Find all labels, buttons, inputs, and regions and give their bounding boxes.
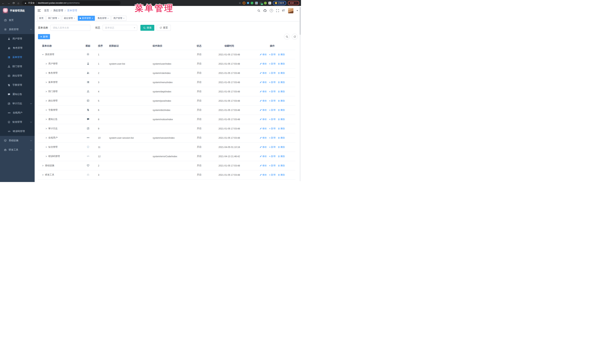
table-row-error-code[interactable]: 错误码管理12system/errorCode/index开启2021-04-1… bbox=[38, 152, 295, 161]
chevron-right-icon[interactable] bbox=[45, 72, 47, 74]
table-row-role[interactable]: 角色管理2system/role/index开启2021-01-05 17:03… bbox=[38, 69, 295, 78]
extension-paused-badge[interactable]: 已暂停 bbox=[273, 1, 286, 5]
tab-menu[interactable]: 菜单管理× bbox=[78, 16, 95, 21]
breadcrumb-item[interactable]: 系统管理 bbox=[53, 9, 63, 12]
chevron-right-icon[interactable] bbox=[45, 156, 47, 157]
sidebar-item-notice[interactable]: 通知公告 bbox=[0, 90, 35, 99]
address-bar[interactable]: ▲ 不安全 dashboard.yudao.iocoder.cn/system/… bbox=[22, 1, 121, 5]
op-delete-button[interactable]: 删除 bbox=[278, 118, 285, 121]
op-add-button[interactable]: +新增 bbox=[269, 72, 275, 75]
chevron-right-icon[interactable] bbox=[45, 128, 47, 129]
browser-forward-icon[interactable]: → bbox=[7, 2, 10, 4]
tab-post[interactable]: 岗位管理× bbox=[62, 16, 77, 21]
op-edit-button[interactable]: 修改 bbox=[260, 90, 267, 93]
op-edit-button[interactable]: 修改 bbox=[260, 62, 267, 65]
sidebar-item-audit-log[interactable]: 审计日志 bbox=[0, 99, 35, 108]
op-delete-button[interactable]: 删除 bbox=[278, 99, 285, 102]
op-add-button[interactable]: +新增 bbox=[269, 155, 275, 158]
chevron-right-icon[interactable] bbox=[42, 165, 44, 166]
op-add-button[interactable]: +新增 bbox=[269, 127, 275, 130]
op-edit-button[interactable]: 修改 bbox=[260, 72, 267, 75]
op-edit-button[interactable]: 修改 bbox=[260, 118, 267, 121]
add-button[interactable]: + 新增 bbox=[38, 34, 50, 39]
op-add-button[interactable]: +新增 bbox=[269, 118, 275, 121]
sidebar-item-home[interactable]: 首页 bbox=[0, 16, 35, 25]
table-row-dept[interactable]: 部门管理4system/dept/index开启2021-01-05 17:03… bbox=[38, 87, 295, 96]
sidebar-item-infra[interactable]: 基础设施 bbox=[0, 136, 35, 145]
table-row-dev-tools[interactable]: 研发工具3开启2021-01-05 17:03:48修改+新增删除 bbox=[38, 170, 295, 180]
browser-menu-icon[interactable]: ⋮ bbox=[295, 2, 297, 4]
tab-home[interactable]: 首页 bbox=[37, 16, 45, 21]
sidebar-item-user[interactable]: 用户管理 bbox=[0, 34, 35, 43]
op-add-button[interactable]: +新增 bbox=[269, 62, 275, 65]
bookmark-star-icon[interactable]: ☆ bbox=[239, 1, 241, 4]
op-add-button[interactable]: +新增 bbox=[269, 90, 275, 93]
toggle-search-button[interactable] bbox=[284, 34, 290, 40]
table-row-user[interactable]: 用户管理1system:user:listsystem/user/index开启… bbox=[38, 59, 295, 69]
help-icon[interactable]: ? bbox=[270, 9, 273, 12]
op-delete-button[interactable]: 删除 bbox=[278, 90, 285, 93]
close-icon[interactable]: × bbox=[92, 17, 93, 20]
op-add-button[interactable]: +新增 bbox=[269, 53, 275, 56]
chevron-right-icon[interactable] bbox=[45, 82, 47, 83]
table-row-online-user[interactable]: 在线用户10system:user-session:listsystem/ses… bbox=[38, 133, 295, 143]
op-edit-button[interactable]: 修改 bbox=[260, 146, 267, 149]
op-delete-button[interactable]: 删除 bbox=[278, 72, 285, 75]
table-row-notice[interactable]: 通知公告8system/notice/index开启2021-01-05 17:… bbox=[38, 115, 295, 124]
op-add-button[interactable]: +新增 bbox=[269, 108, 275, 112]
op-delete-button[interactable]: 删除 bbox=[278, 62, 285, 65]
op-edit-button[interactable]: 修改 bbox=[260, 136, 267, 139]
tab-role[interactable]: 角色管理× bbox=[96, 16, 111, 21]
extension-puzzle-icon[interactable] bbox=[269, 2, 271, 4]
op-delete-button[interactable]: 删除 bbox=[278, 155, 285, 158]
tab-user[interactable]: 用户管理× bbox=[111, 16, 126, 21]
chevron-right-icon[interactable] bbox=[42, 174, 44, 176]
table-row-menu[interactable]: 菜单管理3system/menu/index开启2021-01-05 17:03… bbox=[38, 78, 295, 87]
chevron-down-icon[interactable] bbox=[297, 10, 298, 11]
chevron-down-icon[interactable] bbox=[42, 54, 44, 55]
op-delete-button[interactable]: 删除 bbox=[278, 108, 285, 112]
hamburger-icon[interactable] bbox=[38, 10, 41, 12]
op-add-button[interactable]: +新增 bbox=[269, 164, 275, 167]
op-edit-button[interactable]: 修改 bbox=[260, 164, 267, 167]
op-delete-button[interactable]: 删除 bbox=[278, 136, 285, 139]
tab-dept[interactable]: 部门管理× bbox=[46, 16, 61, 21]
extension-green-check-icon[interactable]: ✓ bbox=[251, 2, 253, 4]
sidebar-item-online-user[interactable]: 在线用户 bbox=[0, 108, 35, 117]
browser-home-icon[interactable]: ⌂ bbox=[18, 2, 19, 4]
sidebar-item-post[interactable]: 岗位管理 bbox=[0, 71, 35, 80]
extension-grid-icon[interactable] bbox=[255, 2, 258, 4]
op-delete-button[interactable]: 删除 bbox=[278, 81, 285, 84]
op-delete-button[interactable]: 删除 bbox=[278, 146, 285, 149]
page-scrollbar[interactable] bbox=[300, 7, 301, 181]
chevron-right-icon[interactable] bbox=[45, 100, 47, 102]
op-add-button[interactable]: +新增 bbox=[269, 146, 275, 149]
op-edit-button[interactable]: 修改 bbox=[260, 81, 267, 84]
table-row-dict[interactable]: 字典管理6system/dict/index开启2021-01-05 17:03… bbox=[38, 105, 295, 115]
extension-server-icon[interactable]: on bbox=[259, 2, 262, 4]
op-edit-button[interactable]: 修改 bbox=[260, 99, 267, 102]
table-row-sms[interactable]: 短信管理11开启2021-04-05 01:10:16修改+新增删除 bbox=[38, 143, 295, 152]
chevron-right-icon[interactable] bbox=[45, 109, 47, 111]
op-edit-button[interactable]: 修改 bbox=[260, 127, 267, 130]
sidebar-item-sms[interactable]: 短信管理 bbox=[0, 117, 35, 127]
op-edit-button[interactable]: 修改 bbox=[260, 108, 267, 112]
op-delete-button[interactable]: 删除 bbox=[278, 127, 285, 130]
fullscreen-icon[interactable] bbox=[276, 9, 279, 12]
close-icon[interactable]: × bbox=[108, 17, 109, 20]
chevron-right-icon[interactable] bbox=[45, 137, 47, 139]
sidebar-item-dev-tools[interactable]: 研发工具 bbox=[0, 145, 35, 154]
op-delete-button[interactable]: 删除 bbox=[278, 173, 285, 177]
chevron-right-icon[interactable] bbox=[45, 146, 47, 148]
close-icon[interactable]: × bbox=[58, 17, 59, 20]
github-icon[interactable] bbox=[263, 9, 267, 12]
close-icon[interactable]: × bbox=[123, 17, 124, 20]
reset-button[interactable]: 重置 bbox=[157, 25, 171, 31]
op-edit-button[interactable]: 修改 bbox=[260, 155, 267, 158]
op-edit-button[interactable]: 修改 bbox=[260, 173, 267, 177]
op-add-button[interactable]: +新增 bbox=[269, 136, 275, 139]
refresh-table-button[interactable] bbox=[292, 34, 298, 40]
op-add-button[interactable]: +新增 bbox=[269, 173, 275, 177]
chevron-right-icon[interactable] bbox=[45, 63, 47, 65]
sidebar-item-dept[interactable]: 部门管理 bbox=[0, 62, 35, 71]
